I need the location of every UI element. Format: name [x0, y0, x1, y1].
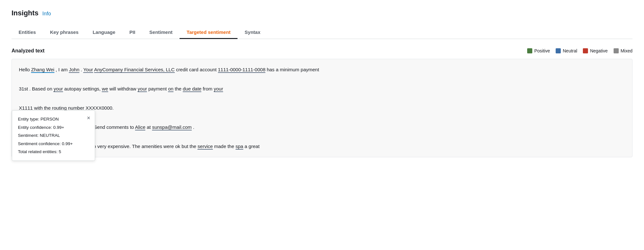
- negative-label: Negative: [590, 48, 608, 53]
- word-autopay: autopay settings,: [64, 86, 102, 91]
- tooltip-entity-confidence: Entity confidence: 0.99+: [18, 124, 89, 131]
- tabs-container: Entities Key phrases Language PII Sentim…: [12, 26, 632, 39]
- info-link[interactable]: Info: [42, 11, 51, 17]
- positive-label: Positive: [534, 48, 550, 53]
- neutral-color-swatch: [556, 48, 561, 53]
- word-hello: Hello: [19, 67, 31, 72]
- text-line-1: Hello Zhang Wei , I am John . Your AnyCo…: [19, 65, 625, 74]
- entity-your-1[interactable]: Your: [83, 67, 93, 73]
- mixed-label: Mixed: [621, 48, 632, 53]
- tab-sentiment[interactable]: Sentiment: [142, 26, 180, 39]
- tooltip-close-button[interactable]: ×: [87, 115, 90, 121]
- text-line-4: ine Spa , 123 Main St , Anywhere . Send …: [19, 122, 625, 132]
- word-send-comments: . Send comments to: [91, 124, 135, 130]
- legend-neutral: Neutral: [556, 48, 577, 53]
- entity-your-4[interactable]: your: [214, 86, 223, 92]
- text-content-box: × Entity type: PERSON Entity confidence:…: [12, 59, 632, 157]
- entity-tooltip: × Entity type: PERSON Entity confidence:…: [12, 110, 95, 161]
- entity-due-date[interactable]: due date: [183, 86, 201, 92]
- text-line-3: X1111 with the routing number XXXXX0000.: [19, 103, 625, 113]
- entity-account-number[interactable]: 1111-0000-1111-0008: [218, 67, 265, 73]
- word-was-expensive: was also very expensive. The amenities w…: [77, 144, 198, 149]
- text-line-2: 31st . Based on your autopay settings, w…: [19, 84, 625, 94]
- analyzed-text-section: Analyzed text Positive Neutral Negative …: [12, 48, 632, 157]
- entity-service[interactable]: service: [197, 144, 213, 150]
- tooltip-entity-type: Entity type: PERSON: [18, 116, 89, 123]
- entity-your-2[interactable]: your: [53, 86, 63, 92]
- word-credit-card: credit card account: [176, 67, 218, 72]
- entity-email[interactable]: sunspa@mail.com: [152, 124, 192, 130]
- tooltip-sentiment-confidence: Sentiment confidence: 0.99+: [18, 140, 89, 147]
- negative-color-swatch: [583, 48, 588, 53]
- neutral-label: Neutral: [563, 48, 577, 53]
- tab-language[interactable]: Language: [85, 26, 122, 39]
- word-31st: 31st . Based on: [19, 86, 53, 91]
- text-line-5: was very comfortable but it was also ver…: [19, 142, 625, 151]
- tooltip-sentiment: Sentiment: NEUTRAL: [18, 132, 89, 139]
- positive-color-swatch: [527, 48, 532, 53]
- entity-anycompany[interactable]: AnyCompany Financial Services, LLC: [94, 67, 175, 73]
- word-the-due: the: [175, 86, 183, 91]
- word-payment-on: payment: [148, 86, 168, 91]
- mixed-color-swatch: [614, 48, 619, 53]
- page-wrapper: Insights Info Entities Key phrases Langu…: [0, 0, 644, 250]
- word-made-the: made the: [214, 144, 236, 149]
- page-header: Insights Info: [12, 9, 632, 17]
- entity-alice[interactable]: Alice: [135, 124, 146, 130]
- legend-negative: Negative: [583, 48, 608, 53]
- analyzed-text-title: Analyzed text: [12, 48, 44, 54]
- legend-mixed: Mixed: [614, 48, 632, 53]
- tooltip-total-related: Total related entities: 5: [18, 148, 89, 155]
- word-will-withdraw: will withdraw: [109, 86, 138, 91]
- word-from: from: [203, 86, 214, 91]
- legend: Positive Neutral Negative Mixed: [527, 48, 632, 53]
- legend-positive: Positive: [527, 48, 550, 53]
- entity-on[interactable]: on: [168, 86, 173, 92]
- entity-your-3[interactable]: your: [138, 86, 147, 92]
- tab-targeted-sentiment[interactable]: Targeted sentiment: [180, 26, 237, 39]
- tab-key-phrases[interactable]: Key phrases: [43, 26, 85, 39]
- entity-we[interactable]: we: [102, 86, 108, 92]
- word-period: .: [193, 124, 194, 130]
- page-title: Insights: [12, 9, 38, 17]
- word-i-am-john: , I am: [56, 67, 69, 72]
- analyzed-text-header: Analyzed text Positive Neutral Negative …: [12, 48, 632, 54]
- word-routing: with the routing number XXXXX0000.: [34, 105, 114, 111]
- entity-john[interactable]: John: [69, 67, 79, 73]
- tab-entities[interactable]: Entities: [12, 26, 43, 39]
- entity-zhang-wei[interactable]: Zhang Wei: [31, 67, 54, 73]
- word-a-great: a great: [245, 144, 260, 149]
- entity-spa[interactable]: spa: [236, 144, 243, 150]
- word-has-minimum: has a minimum payment: [267, 67, 319, 72]
- tab-syntax[interactable]: Syntax: [237, 26, 267, 39]
- word-at: at: [147, 124, 152, 130]
- tab-pii[interactable]: PII: [122, 26, 142, 39]
